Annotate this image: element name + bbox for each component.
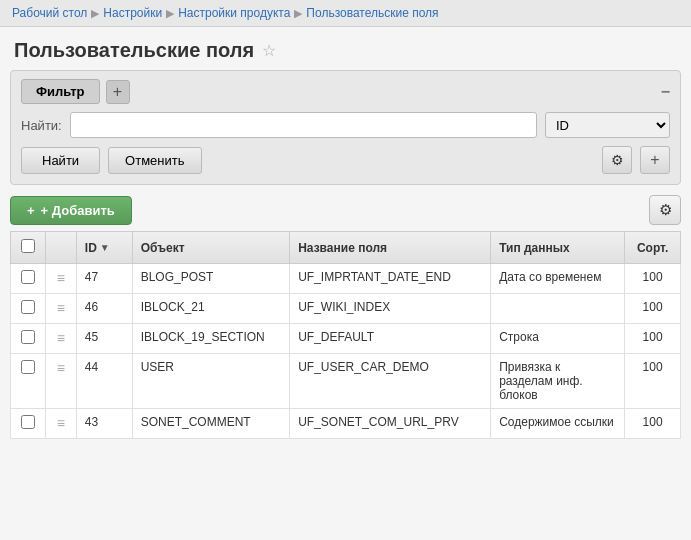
filter-cancel-button[interactable]: Отменить	[108, 147, 201, 174]
drag-handle-icon[interactable]: ≡	[57, 300, 65, 316]
table-row: ≡ 43 SONET_COMMENT UF_SONET_COM_URL_PRV …	[11, 409, 681, 439]
row-drag-cell: ≡	[45, 294, 76, 324]
row-field-name-cell: UF_IMPRTANT_DATE_END	[290, 264, 491, 294]
breadcrumb-item-settings[interactable]: Настройки	[103, 6, 162, 20]
row-data-type-cell: Строка	[491, 324, 625, 354]
row-field-name-cell: UF_USER_CAR_DEMO	[290, 354, 491, 409]
filter-field-select[interactable]: ID Объект Название поля	[545, 112, 670, 138]
row-checkbox-3[interactable]	[21, 360, 35, 374]
row-sort-cell: 100	[625, 324, 681, 354]
filter-tab[interactable]: Фильтр	[21, 79, 100, 104]
custom-fields-table: ID ▼ Объект Название поля Тип данных Сор…	[10, 231, 681, 439]
row-object-cell: USER	[132, 354, 290, 409]
breadcrumb-sep-1: ▶	[91, 7, 99, 20]
table-row: ≡ 47 BLOG_POST UF_IMPRTANT_DATE_END Дата…	[11, 264, 681, 294]
row-id-cell: 44	[76, 354, 132, 409]
row-field-name-cell: UF_SONET_COM_URL_PRV	[290, 409, 491, 439]
row-check-cell	[11, 324, 46, 354]
col-header-sort[interactable]: Сорт.	[625, 232, 681, 264]
filter-panel: Фильтр + − Найти: ID Объект Название пол…	[10, 70, 681, 185]
breadcrumb-item-product-settings[interactable]: Настройки продукта	[178, 6, 290, 20]
row-checkbox-2[interactable]	[21, 330, 35, 344]
row-sort-cell: 100	[625, 294, 681, 324]
filter-plus-button[interactable]: +	[640, 146, 670, 174]
drag-handle-icon[interactable]: ≡	[57, 415, 65, 431]
filter-search-row: Найти: ID Объект Название поля	[21, 112, 670, 138]
row-id-cell: 47	[76, 264, 132, 294]
col-header-object[interactable]: Объект	[132, 232, 290, 264]
table-header-row: ID ▼ Объект Название поля Тип данных Сор…	[11, 232, 681, 264]
row-check-cell	[11, 294, 46, 324]
row-check-cell	[11, 409, 46, 439]
row-data-type-cell: Содержимое ссылки	[491, 409, 625, 439]
filter-header: Фильтр + −	[21, 79, 670, 104]
add-button-label: + Добавить	[41, 203, 115, 218]
row-sort-cell: 100	[625, 354, 681, 409]
drag-handle-icon[interactable]: ≡	[57, 270, 65, 286]
filter-actions: Найти Отменить ⚙ +	[21, 146, 670, 174]
filter-search-input[interactable]	[70, 112, 537, 138]
page-title: Пользовательские поля	[14, 39, 254, 62]
filter-find-button[interactable]: Найти	[21, 147, 100, 174]
row-checkbox-0[interactable]	[21, 270, 35, 284]
breadcrumb-item-desktop[interactable]: Рабочий стол	[12, 6, 87, 20]
col-header-data-type[interactable]: Тип данных	[491, 232, 625, 264]
breadcrumb: Рабочий стол ▶ Настройки ▶ Настройки про…	[0, 0, 691, 27]
row-object-cell: BLOG_POST	[132, 264, 290, 294]
add-button[interactable]: + + Добавить	[10, 196, 132, 225]
table-toolbar: + + Добавить ⚙	[10, 195, 681, 225]
filter-collapse-button[interactable]: −	[661, 83, 670, 101]
page-header: Пользовательские поля ☆	[0, 27, 691, 70]
table-row: ≡ 46 IBLOCK_21 UF_WIKI_INDEX 100	[11, 294, 681, 324]
breadcrumb-sep-2: ▶	[166, 7, 174, 20]
row-check-cell	[11, 264, 46, 294]
row-drag-cell: ≡	[45, 409, 76, 439]
table-row: ≡ 45 IBLOCK_19_SECTION UF_DEFAULT Строка…	[11, 324, 681, 354]
row-drag-cell: ≡	[45, 264, 76, 294]
row-sort-cell: 100	[625, 409, 681, 439]
row-id-cell: 45	[76, 324, 132, 354]
row-drag-cell: ≡	[45, 324, 76, 354]
row-drag-cell: ≡	[45, 354, 76, 409]
select-all-checkbox[interactable]	[21, 239, 35, 253]
add-icon: +	[27, 203, 35, 218]
col-header-check	[11, 232, 46, 264]
row-data-type-cell	[491, 294, 625, 324]
row-id-cell: 43	[76, 409, 132, 439]
row-object-cell: IBLOCK_21	[132, 294, 290, 324]
col-header-id[interactable]: ID ▼	[76, 232, 132, 264]
filter-add-button[interactable]: +	[106, 80, 130, 104]
row-object-cell: IBLOCK_19_SECTION	[132, 324, 290, 354]
row-id-cell: 46	[76, 294, 132, 324]
filter-gear-button[interactable]: ⚙	[602, 146, 632, 174]
row-check-cell	[11, 354, 46, 409]
table-settings-button[interactable]: ⚙	[649, 195, 681, 225]
breadcrumb-sep-3: ▶	[294, 7, 302, 20]
col-header-field-name[interactable]: Название поля	[290, 232, 491, 264]
breadcrumb-item-custom-fields[interactable]: Пользовательские поля	[306, 6, 438, 20]
table-row: ≡ 44 USER UF_USER_CAR_DEMO Привязка к ра…	[11, 354, 681, 409]
drag-handle-icon[interactable]: ≡	[57, 360, 65, 376]
table-area: + + Добавить ⚙ ID ▼ Объект Название поля	[10, 195, 681, 439]
id-sort-arrow-icon: ▼	[100, 242, 110, 253]
drag-handle-icon[interactable]: ≡	[57, 330, 65, 346]
row-checkbox-1[interactable]	[21, 300, 35, 314]
favorite-star-icon[interactable]: ☆	[262, 41, 276, 60]
filter-search-label: Найти:	[21, 118, 62, 133]
row-sort-cell: 100	[625, 264, 681, 294]
row-field-name-cell: UF_WIKI_INDEX	[290, 294, 491, 324]
row-data-type-cell: Привязка к разделам инф. блоков	[491, 354, 625, 409]
row-checkbox-4[interactable]	[21, 415, 35, 429]
row-data-type-cell: Дата со временем	[491, 264, 625, 294]
col-header-drag	[45, 232, 76, 264]
row-object-cell: SONET_COMMENT	[132, 409, 290, 439]
row-field-name-cell: UF_DEFAULT	[290, 324, 491, 354]
